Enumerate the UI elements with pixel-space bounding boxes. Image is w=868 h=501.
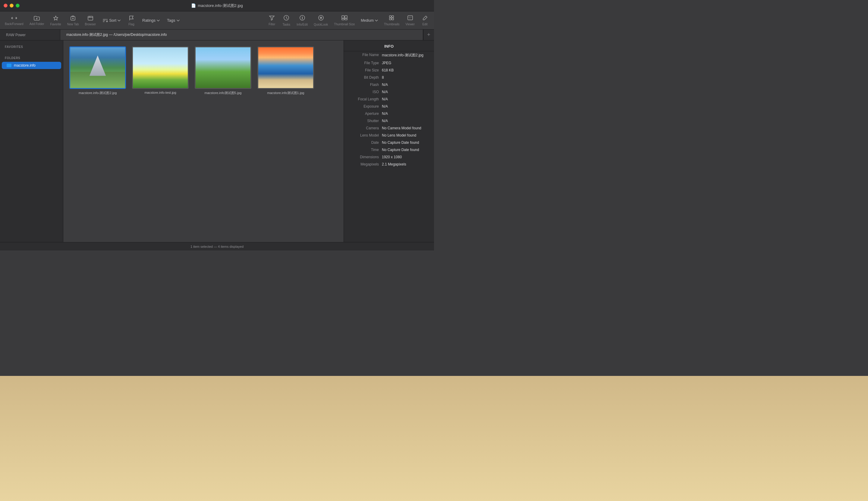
photo-label-3: macstore.info测试图5.jpg xyxy=(205,91,242,95)
medium-chevron-icon xyxy=(375,20,378,21)
sidebar-item-macstore[interactable]: macstore.info xyxy=(2,62,61,69)
flag-icon xyxy=(129,15,134,22)
info-row: ISO N/A xyxy=(344,88,434,96)
photo-item-1[interactable]: macstore.info-测试图2.jpg xyxy=(69,46,126,95)
info-row-value: JPEG xyxy=(382,61,429,65)
traffic-lights[interactable] xyxy=(4,4,20,8)
photo-grid: macstore.info-测试图2.jpg macstore.info-tes… xyxy=(63,40,344,242)
thumbnails-view-button[interactable]: Thumbnails xyxy=(382,13,402,28)
info-row-label: File Size xyxy=(349,68,382,72)
filter-icon xyxy=(269,15,275,22)
add-folder-button[interactable]: Add Folder xyxy=(27,13,47,28)
close-button[interactable] xyxy=(4,4,8,8)
toolbar-right: Filter Tasks Info/Edit xyxy=(265,13,431,28)
viewer-button[interactable]: Viewer xyxy=(403,13,417,28)
info-row-value: N/A xyxy=(382,83,429,87)
browser-label: Browser xyxy=(85,23,96,26)
info-row-label: Flash xyxy=(349,83,382,87)
add-folder-label: Add Folder xyxy=(30,22,44,25)
medium-dropdown-label: Medium xyxy=(361,18,374,23)
svg-rect-6 xyxy=(342,16,344,18)
thumbnail-size-button[interactable]: Thumbnail Size xyxy=(332,13,357,28)
medium-dropdown-button[interactable]: Medium xyxy=(358,13,381,28)
info-row: Megapixels 2.1 Megapixels xyxy=(344,161,434,168)
photo-label-2: macstore.info-test.jpg xyxy=(144,91,176,94)
tasks-button[interactable]: Tasks xyxy=(280,13,293,28)
info-edit-button[interactable]: Info/Edit xyxy=(294,13,310,28)
maximize-button[interactable] xyxy=(16,4,20,8)
tab-add-button[interactable]: + xyxy=(423,30,434,40)
svg-rect-11 xyxy=(392,16,394,18)
info-row-value: macstore.info-测试图2.jpg xyxy=(382,53,429,58)
photo-label-4: macstore.info测试图1.jpg xyxy=(267,91,304,95)
info-row-value: No Camera Model found xyxy=(382,126,429,130)
title-bar: 📄 macstore.info-测试图2.jpg xyxy=(0,0,434,11)
info-row-value: N/A xyxy=(382,90,429,94)
info-edit-label: Info/Edit xyxy=(297,23,308,26)
svg-rect-14 xyxy=(408,16,412,20)
info-row-label: Aperture xyxy=(349,111,382,116)
edit-icon xyxy=(422,15,428,22)
photo-item-4[interactable]: macstore.info测试图1.jpg xyxy=(257,46,314,95)
info-row-value: N/A xyxy=(382,119,429,123)
favorite-button[interactable]: Favorite xyxy=(48,13,64,28)
info-row: Camera No Camera Model found xyxy=(344,125,434,132)
sidebar-item-label: macstore.info xyxy=(14,63,35,67)
browser-button[interactable]: Browser xyxy=(82,13,98,28)
info-row: Aperture N/A xyxy=(344,110,434,117)
ratings-button[interactable]: Ratings xyxy=(139,13,163,28)
info-row-value: 8 xyxy=(382,75,429,79)
info-row: File Type JPEG xyxy=(344,60,434,67)
edit-label: Edit xyxy=(422,23,427,26)
thumbnails-view-label: Thumbnails xyxy=(384,23,400,26)
info-row-label: Bit Depth xyxy=(349,75,382,79)
new-tab-button[interactable]: New Tab xyxy=(65,13,82,28)
info-row: Lens Model No Lens Model found xyxy=(344,132,434,139)
tags-label: Tags xyxy=(167,18,175,23)
info-row-value: No Capture Date found xyxy=(382,140,429,145)
thumbnails-view-icon xyxy=(389,15,395,22)
photo-thumb-1 xyxy=(69,46,126,89)
viewer-label: Viewer xyxy=(406,23,415,26)
photo-thumb-3 xyxy=(195,46,251,89)
new-tab-icon xyxy=(70,15,76,22)
tasks-label: Tasks xyxy=(283,23,291,26)
info-row: Time No Capture Date found xyxy=(344,146,434,153)
new-tab-label: New Tab xyxy=(67,23,79,26)
sort-button[interactable]: Sort xyxy=(99,13,124,28)
photo-thumb-2 xyxy=(132,46,189,89)
flag-label: Flag xyxy=(128,23,134,26)
tags-button[interactable]: Tags xyxy=(164,13,182,28)
info-edit-icon xyxy=(299,15,305,22)
back-forward-button[interactable]: Back/Forward xyxy=(2,13,26,28)
info-row-label: Camera xyxy=(349,126,382,130)
minimize-button[interactable] xyxy=(10,4,13,8)
add-folder-icon xyxy=(33,15,40,22)
photo-item-2[interactable]: macstore.info-test.jpg xyxy=(132,46,189,95)
info-row-value: 2.1 Megapixels xyxy=(382,162,429,167)
photo-content: macstore.info-测试图2.jpg macstore.info-tes… xyxy=(63,40,344,242)
info-row-label: ISO xyxy=(349,90,382,94)
info-row-label: Focal Length xyxy=(349,97,382,101)
svg-rect-10 xyxy=(389,16,391,18)
tab-bar: RAW Power macstore.info-测试图2.jpg — /User… xyxy=(0,30,434,40)
filter-label: Filter xyxy=(269,23,275,26)
flag-button[interactable]: Flag xyxy=(125,13,138,28)
info-row-value: No Capture Date found xyxy=(382,148,429,152)
toolbar: Back/Forward Add Folder Favorite xyxy=(0,11,434,30)
tags-chevron-icon xyxy=(176,20,180,21)
info-row: File Size 618 KB xyxy=(344,67,434,74)
filter-button[interactable]: Filter xyxy=(265,13,278,28)
tab-current-file[interactable]: macstore.info-测试图2.jpg — /Users/joe/Desk… xyxy=(60,30,423,40)
edit-button[interactable]: Edit xyxy=(418,13,431,28)
sort-icon xyxy=(103,18,108,23)
info-row-label: Lens Model xyxy=(349,133,382,137)
tasks-icon xyxy=(283,15,289,22)
sort-label: Sort xyxy=(109,18,116,23)
favorite-icon xyxy=(53,15,59,22)
ratings-chevron-icon xyxy=(157,20,160,21)
tab-raw-power[interactable]: RAW Power xyxy=(0,30,60,40)
photo-item-3[interactable]: macstore.info测试图5.jpg xyxy=(195,46,251,95)
quicklook-button[interactable]: QuickLook xyxy=(311,13,330,28)
info-row-label: File Type xyxy=(349,61,382,65)
